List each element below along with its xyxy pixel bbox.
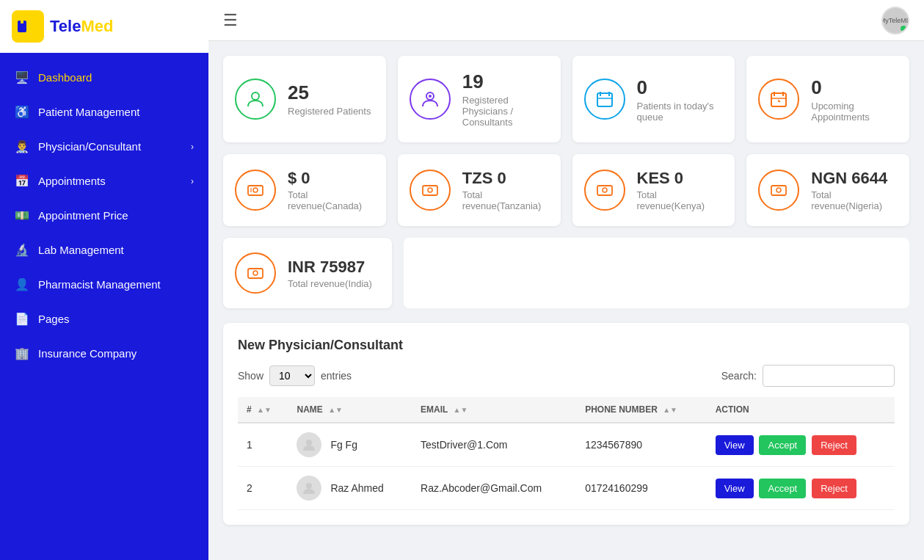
sidebar-item-pharmacist-management[interactable]: 👤 Pharmacist Management [0,267,208,302]
sidebar-item-label: Patient Management [38,106,139,118]
svg-point-26 [306,483,312,489]
svg-point-25 [306,440,312,446]
stat-label: Upcoming Appointments [811,101,898,123]
svg-point-18 [428,188,432,192]
rev-info: INR 75987 Total revenue(India) [288,258,372,289]
col-name: NAME ▲▼ [288,397,412,423]
reject-button[interactable]: Reject [812,479,856,498]
avatar-label: MyTeleMD [881,17,909,24]
view-button[interactable]: View [716,479,754,498]
sidebar: + TeleMed 🖥️ Dashboard ♿ Patient Managem… [0,0,208,560]
accept-button[interactable]: Accept [759,435,806,455]
chevron-right-icon: › [191,176,194,186]
rev-value-india: INR 75987 [288,258,372,277]
svg-point-20 [603,188,607,192]
hamburger-button[interactable]: ☰ [223,11,238,30]
rev-label: Total revenue(Canada) [288,189,374,211]
physician-name: Raz Ahmed [330,482,383,494]
revenue-canada-icon [235,170,276,211]
cell-email: Raz.Abcoder@Gmail.Com [412,467,576,510]
user-avatar[interactable]: MyTeleMD [881,7,909,34]
patients-queue-icon [584,79,625,120]
rev-info: NGN 6644 Total revenue(Nigeria) [811,169,898,211]
svg-rect-17 [423,186,437,195]
sort-icon: ▲▼ [328,406,343,414]
sort-icon: ▲▼ [663,406,677,414]
pharmacist-icon: 👤 [15,277,29,291]
svg-point-24 [253,271,258,275]
search-box: Search: [721,365,895,387]
stat-info: 19 Registered Physicians / Consultants [462,70,549,128]
svg-text:+: + [28,23,34,34]
topbar: ☰ MyTeleMD [208,0,924,41]
show-label: Show [238,370,263,382]
revenue-kenya-icon [584,170,625,211]
cell-num: 2 [238,467,288,510]
table-controls: Show 10 25 50 100 entries Search: [238,365,895,387]
sidebar-item-label: Insurance Company [38,347,137,360]
rev-label-india: Total revenue(India) [288,278,372,289]
show-entries: Show 10 25 50 100 entries [238,366,352,386]
stat-info: 0 Upcoming Appointments [811,76,898,123]
stat-card-patients-queue: 0 Patients in today's queue [572,56,735,142]
revenue-card-india: INR 75987 Total revenue(India) [223,238,392,308]
view-button[interactable]: View [716,435,754,455]
accept-button[interactable]: Accept [759,479,806,498]
revenue-grid: $ 0 Total revenue(Canada) TZS 0 Total re… [223,154,909,226]
stat-value: 19 [462,70,549,93]
reject-button[interactable]: Reject [812,435,856,455]
stat-label: Registered Physicians / Consultants [462,95,549,128]
table-header: # ▲▼ NAME ▲▼ EMAIL ▲▼ PHONE NUMBER ▲▼ AC… [238,397,895,423]
col-phone: PHONE NUMBER ▲▼ [576,397,707,423]
india-revenue-row: INR 75987 Total revenue(India) [223,238,909,308]
stat-value: 0 [811,76,898,99]
cell-phone: 1234567890 [576,423,707,467]
entries-select[interactable]: 10 25 50 100 [269,366,315,386]
dashboard-icon: 🖥️ [15,70,29,84]
cell-phone: 01724160299 [576,467,707,510]
stat-value: 0 [637,76,724,99]
rev-value: KES 0 [637,169,724,188]
dashboard-content: 25 Registered Patients 19 Registered Phy… [208,41,924,539]
stat-card-registered-patients: 25 Registered Patients [223,56,386,142]
col-action: ACTION [707,397,895,423]
sidebar-item-patient-management[interactable]: ♿ Patient Management [0,95,208,129]
sidebar-item-appointment-price[interactable]: 💵 Appointment Price [0,198,208,233]
sidebar-item-physician-consultant[interactable]: 👨‍⚕️ Physician/Consultant › [0,129,208,164]
cell-name: Fg Fg [288,423,412,467]
lab-icon: 🔬 [15,243,29,257]
patient-management-icon: ♿ [15,105,29,119]
svg-rect-23 [248,269,263,278]
sidebar-item-label: Appointment Price [38,209,128,222]
stats-grid: 25 Registered Patients 19 Registered Phy… [223,56,909,142]
sidebar-item-pages[interactable]: 📄 Pages [0,302,208,336]
sidebar-item-dashboard[interactable]: 🖥️ Dashboard [0,60,208,95]
sidebar-item-lab-management[interactable]: 🔬 Lab Management [0,233,208,267]
sidebar-nav: 🖥️ Dashboard ♿ Patient Management 👨‍⚕️ P… [0,53,208,378]
physician-table: # ▲▼ NAME ▲▼ EMAIL ▲▼ PHONE NUMBER ▲▼ AC… [238,397,895,510]
stat-card-upcoming-appointments: 0 Upcoming Appointments [746,56,909,142]
revenue-nigeria-icon [758,170,799,211]
appointments-icon: 📅 [15,174,29,188]
cell-name: Raz Ahmed [288,467,412,510]
upcoming-appointments-icon [758,79,799,120]
sidebar-item-label: Lab Management [38,244,124,256]
revenue-card-tanzania: TZS 0 Total revenue(Tanzania) [398,154,561,226]
stat-info: 25 Registered Patients [288,81,371,117]
svg-rect-14 [248,186,263,195]
rev-value: $ 0 [288,169,374,188]
search-input[interactable] [763,365,895,387]
rev-label: Total revenue(Tanzania) [462,189,549,211]
revenue-card-nigeria: NGN 6644 Total revenue(Nigeria) [746,154,909,226]
svg-rect-1 [21,18,23,23]
rev-label: Total revenue(Kenya) [637,189,724,211]
sidebar-item-insurance-company[interactable]: 🏢 Insurance Company [0,336,208,371]
sidebar-item-label: Appointments [38,175,106,187]
sidebar-item-label: Pages [38,313,70,325]
appointment-price-icon: 💵 [15,208,29,222]
pages-icon: 📄 [15,312,29,326]
revenue-card-canada: $ 0 Total revenue(Canada) [223,154,386,226]
sidebar-item-appointments[interactable]: 📅 Appointments › [0,164,208,198]
logo: + TeleMed [0,0,208,53]
rev-info: TZS 0 Total revenue(Tanzania) [462,169,549,211]
